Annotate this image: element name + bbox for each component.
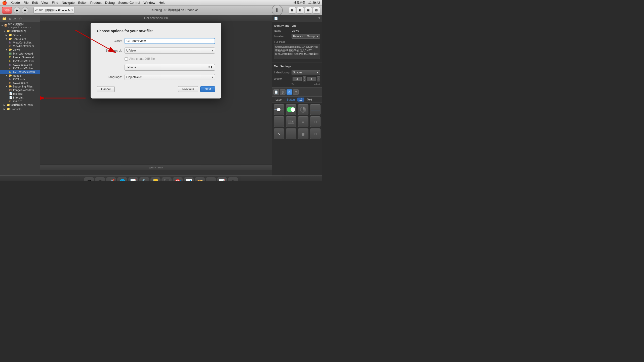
dock-keynote[interactable]: 📊	[184, 177, 194, 181]
menu-find[interactable]: Find	[52, 1, 58, 5]
view-debug-btn[interactable]: ⊟	[297, 7, 304, 14]
menu-source-control[interactable]: Source Control	[118, 1, 140, 5]
sidebar-item-czgoodscell-m[interactable]: m CZGoodsCell.m	[0, 66, 40, 70]
stepper-down[interactable]: ▼	[303, 79, 306, 81]
widget-dots[interactable]: ⋯	[274, 116, 284, 127]
sidebar-item-main-m[interactable]: m main.m	[0, 99, 40, 103]
sidebar-item-models[interactable]: ▼ 📂 Models	[0, 74, 40, 77]
widget-toggle[interactable]	[286, 104, 296, 115]
cancel-button[interactable]: Cancel	[97, 86, 115, 92]
previous-button[interactable]: Previous	[178, 86, 198, 92]
widget-circle-icon[interactable]: ⊙	[287, 89, 292, 95]
run-button[interactable]: ▶	[14, 7, 20, 14]
sidebar-item-czgoods-m[interactable]: m CZGoods.m	[0, 81, 40, 84]
subclass-select[interactable]: UIView ▾	[125, 48, 215, 54]
menu-debug[interactable]: Debug	[105, 1, 115, 5]
sidebar-item-czfooterview-xib[interactable]: ⊞ CZFooterView.xib	[0, 70, 40, 74]
warning-icon[interactable]: ⚠	[13, 16, 17, 21]
sidebar-item-products[interactable]: ▶ 📁 Products	[0, 107, 40, 111]
view-toggle-btn[interactable]: ⊡	[313, 7, 320, 14]
menu-help[interactable]: Help	[159, 1, 166, 5]
also-create-xib-checkbox[interactable]	[125, 57, 128, 61]
sidebar-item-launchscreen[interactable]: ⊞ LaunchScreen.xib	[0, 55, 40, 59]
stepper-down2[interactable]: ▼	[317, 79, 320, 81]
widget-stepper-widget[interactable]: − +	[286, 116, 296, 127]
widget-grid-icon[interactable]: ⊞	[293, 89, 299, 95]
dock-safari[interactable]: 🌐	[117, 177, 127, 181]
file-inspector-icon[interactable]: 📄	[274, 17, 278, 20]
sidebar-item-others[interactable]: ▶ 📁 Others	[0, 33, 40, 37]
sidebar-item-viewcontroller-h[interactable]: h ViewController.h	[0, 41, 40, 44]
sidebar-item-czgoodscell-xib[interactable]: ⊞ CZGoodsCell.xib	[0, 59, 40, 63]
view-navigator-btn[interactable]: ⊞	[289, 7, 296, 14]
sidebar-item-info-plist[interactable]: 📄 Info.plist	[0, 96, 40, 99]
dock-finder[interactable]: 🖥	[84, 177, 94, 181]
stop-button[interactable]: 暂停	[2, 7, 12, 14]
dock-launchpad[interactable]: 🚀	[106, 177, 116, 181]
stepper-up2[interactable]: ▲	[317, 77, 320, 79]
widget-layout[interactable]: ▦	[298, 128, 308, 139]
menu-view[interactable]: View	[41, 1, 48, 5]
location-dropdown[interactable]: Relative to Group ▾	[292, 34, 320, 39]
indent-dropdown[interactable]: Spaces ▾	[292, 70, 320, 75]
widget-slider[interactable]	[274, 104, 284, 115]
dock-font-book[interactable]: A	[228, 177, 238, 181]
sidebar-project-item[interactable]: ▼ 📦 001团购案例 2 targets, iOS SDK 8.1	[0, 22, 40, 29]
view-utilities-btn[interactable]: ⊠	[305, 7, 312, 14]
apple-menu[interactable]: 🍎	[2, 0, 7, 5]
dock-sketch[interactable]: ✏	[206, 177, 216, 181]
help-icon[interactable]: ?	[318, 17, 320, 20]
sidebar-item-supporting[interactable]: ▼ 📂 Supporting Files	[0, 84, 40, 88]
dock-system-prefs[interactable]: ⚙	[95, 177, 105, 181]
tab-text[interactable]: Text	[305, 98, 314, 102]
dock-onenote[interactable]: 📒	[150, 177, 160, 181]
sidebar-item-views[interactable]: ▼ 📂 Views	[0, 48, 40, 52]
sidebar-item-tests[interactable]: ▶ 📁 001团购案例Tests	[0, 103, 40, 107]
indent-width-input[interactable]	[307, 77, 316, 81]
folder-icon[interactable]: 📁	[2, 16, 7, 21]
menu-xcode[interactable]: Xcode	[11, 1, 20, 5]
widget-code-icon[interactable]: {}	[280, 89, 286, 95]
dock-word[interactable]: 📝	[217, 177, 227, 181]
sidebar-item-viewcontroller-m[interactable]: m ViewController.m	[0, 44, 40, 48]
dock-xcode[interactable]: 🔨	[139, 177, 149, 181]
git-icon[interactable]: ◇	[19, 16, 22, 21]
language-select[interactable]: Objective-C ▾	[125, 74, 215, 80]
tab-width-input[interactable]	[293, 77, 302, 81]
sidebar-item-czgoodscell-h[interactable]: h CZGoodsCell.h	[0, 63, 40, 66]
tab-button[interactable]: Button	[285, 98, 297, 102]
widget-resize[interactable]: ⤡	[274, 128, 284, 139]
sidebar-item-tgs-plist[interactable]: 📄 tgs.plist	[0, 92, 40, 96]
device-select[interactable]: iPhone ⬆⬇	[125, 64, 215, 71]
sidebar-item-main-storyboard[interactable]: ▦ Main.storyboard	[0, 52, 40, 55]
widget-grid2[interactable]: ⊞	[286, 128, 296, 139]
menu-edit[interactable]: Edit	[32, 1, 38, 5]
dock-terminal[interactable]: ⬛	[162, 177, 172, 181]
widget-line[interactable]	[310, 104, 320, 115]
widget-split[interactable]: ⊡	[310, 128, 320, 139]
next-button[interactable]: Next	[200, 86, 215, 92]
dock-notes[interactable]: 📝	[128, 177, 138, 181]
menu-file[interactable]: File	[23, 1, 29, 5]
class-input[interactable]	[125, 38, 215, 44]
sidebar-item-controllers[interactable]: ▼ 📂 Controllers	[0, 37, 40, 41]
dock-instrument[interactable]: 🎯	[173, 177, 183, 181]
search-icon[interactable]: ⌕	[8, 16, 11, 21]
tab-12[interactable]: 12	[297, 98, 304, 102]
menu-product[interactable]: Product	[90, 1, 102, 5]
sidebar-item-czgoods-h[interactable]: h CZGoods.h	[0, 77, 40, 81]
widget-spinner[interactable]	[298, 104, 308, 115]
input-method[interactable]: 搜狐拼音	[294, 1, 306, 5]
widget-table[interactable]: ≡	[298, 116, 308, 127]
widget-collection[interactable]: ⊟	[310, 116, 320, 127]
indent-width-stepper[interactable]: ▲ ▼	[317, 76, 320, 81]
sidebar-root-folder[interactable]: ▼ 📂 001团购案例	[0, 29, 40, 33]
tab-label[interactable]: Label	[273, 98, 284, 102]
sidebar-item-xcassets[interactable]: 🖼 Images.xcassets	[0, 88, 40, 92]
stepper-up[interactable]: ▲	[303, 77, 306, 79]
scheme-selector[interactable]: 🏷 001迁购案例 ▸ iPhone 4s ▾	[33, 7, 75, 14]
menu-editor[interactable]: Editor	[78, 1, 87, 5]
widget-file-icon[interactable]: 📄	[273, 89, 279, 95]
dock-filezilla[interactable]: 📁	[195, 177, 205, 181]
menu-navigate[interactable]: Navigate	[62, 1, 74, 5]
